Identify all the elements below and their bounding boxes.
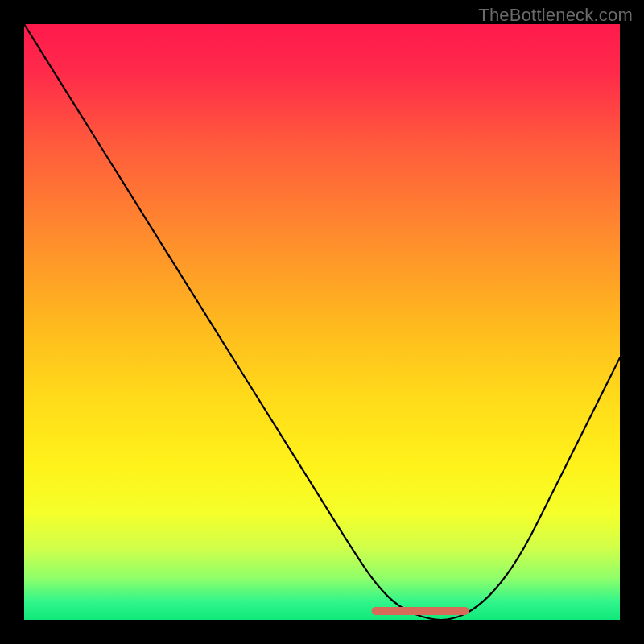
bottleneck-curve <box>24 24 620 620</box>
chart-frame: TheBottleneck.com <box>0 0 644 644</box>
curve-layer <box>24 24 620 620</box>
watermark-text: TheBottleneck.com <box>478 5 633 26</box>
plot-area <box>24 24 620 620</box>
